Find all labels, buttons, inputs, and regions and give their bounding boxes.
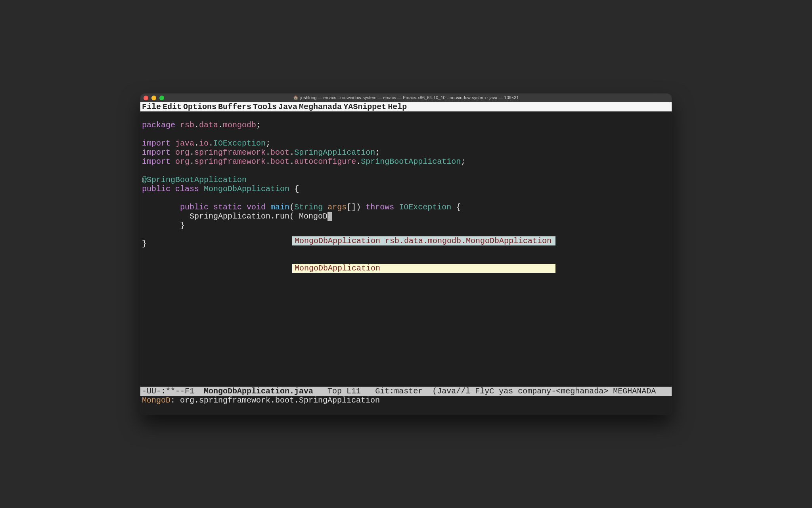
echo-area: MongoD: org.springframework.boot.SpringA…	[140, 396, 672, 415]
import-type: IOException	[213, 139, 266, 148]
package-seg: data	[199, 121, 218, 130]
import-seg: org	[175, 157, 190, 166]
keyword-public: public	[142, 184, 170, 194]
keyword-void: void	[247, 203, 266, 212]
editor-buffer[interactable]: package rsb.data.mongodb; import java.io…	[140, 111, 672, 387]
method-name: main	[270, 203, 289, 212]
brace: {	[456, 203, 461, 212]
param-type: String	[294, 203, 323, 212]
import-seg: boot	[270, 148, 289, 157]
brace: {	[294, 184, 299, 194]
import-seg: boot	[270, 157, 289, 166]
keyword-import: import	[142, 148, 170, 157]
echo-prefix: MongoD	[142, 396, 170, 405]
import-seg: autoconfigure	[294, 157, 356, 166]
menu-help[interactable]: Help	[388, 102, 407, 111]
import-seg: springframework	[194, 157, 266, 166]
import-type: SpringBootApplication	[361, 157, 461, 166]
modeline-git: Git:master	[375, 387, 423, 396]
keyword-package: package	[142, 121, 175, 130]
echo-text: : org.springframework.boot.SpringApplica…	[170, 396, 380, 405]
emacs-menubar: File Edit Options Buffers Tools Java Meg…	[140, 102, 672, 111]
window-titlebar[interactable]: 🏠joshlong — emacs --no-window-system — e…	[140, 94, 672, 102]
exception-type: IOException	[399, 203, 451, 212]
menu-meghanada[interactable]: Meghanada	[299, 102, 342, 111]
window-maximize-button[interactable]	[159, 96, 164, 100]
package-seg: rsb	[180, 121, 194, 130]
keyword-class: class	[175, 184, 199, 194]
window-title-text: joshlong — emacs --no-window-system — em…	[300, 95, 519, 100]
menu-tools[interactable]: Tools	[253, 102, 277, 111]
import-seg: org	[175, 148, 190, 157]
keyword-throws: throws	[366, 203, 394, 212]
keyword-static: static	[213, 203, 242, 212]
import-type: SpringApplication	[294, 148, 375, 157]
modeline-position: Top L11	[327, 387, 361, 396]
import-seg: io	[199, 139, 209, 148]
class-name: MongoDbApplication	[204, 184, 289, 194]
modeline-modes: (Java//l FlyC yas company-<meghanada> ME…	[432, 387, 661, 396]
lock-icon: 🏠	[293, 95, 299, 100]
modeline-buffer-name: MongoDbApplication.java	[204, 387, 313, 396]
import-seg: springframework	[194, 148, 266, 157]
menu-java[interactable]: Java	[278, 102, 297, 111]
modeline-prefix: -UU-:**--F1	[142, 387, 204, 396]
completion-item[interactable]: MongoDbApplication	[292, 264, 555, 273]
keyword-import: import	[142, 157, 170, 166]
menu-yasnippet[interactable]: YASnippet	[343, 102, 386, 111]
param-name: args	[327, 203, 347, 212]
annotation: @SpringBootApplication	[142, 175, 247, 184]
brace: }	[180, 221, 185, 230]
import-seg: java	[175, 139, 194, 148]
window-minimize-button[interactable]	[151, 96, 156, 100]
brace: }	[142, 239, 147, 248]
keyword-import: import	[142, 139, 170, 148]
window-close-button[interactable]	[144, 96, 148, 100]
package-seg: mongodb	[223, 121, 256, 130]
traffic-lights	[144, 96, 164, 100]
terminal-window: 🏠joshlong — emacs --no-window-system — e…	[140, 94, 672, 415]
keyword-public: public	[180, 203, 209, 212]
menu-options[interactable]: Options	[183, 102, 216, 111]
completion-popup: MongoDbApplication rsb.data.mongodb.Mong…	[292, 218, 555, 291]
menu-buffers[interactable]: Buffers	[218, 102, 251, 111]
menu-edit[interactable]: Edit	[163, 102, 182, 111]
menu-file[interactable]: File	[142, 102, 161, 111]
completion-item-selected[interactable]: MongoDbApplication rsb.data.mongodb.Mong…	[292, 236, 555, 245]
window-title: 🏠joshlong — emacs --no-window-system — e…	[293, 95, 519, 100]
emacs-modeline: -UU-:**--F1 MongoDbApplication.java Top …	[140, 387, 672, 396]
